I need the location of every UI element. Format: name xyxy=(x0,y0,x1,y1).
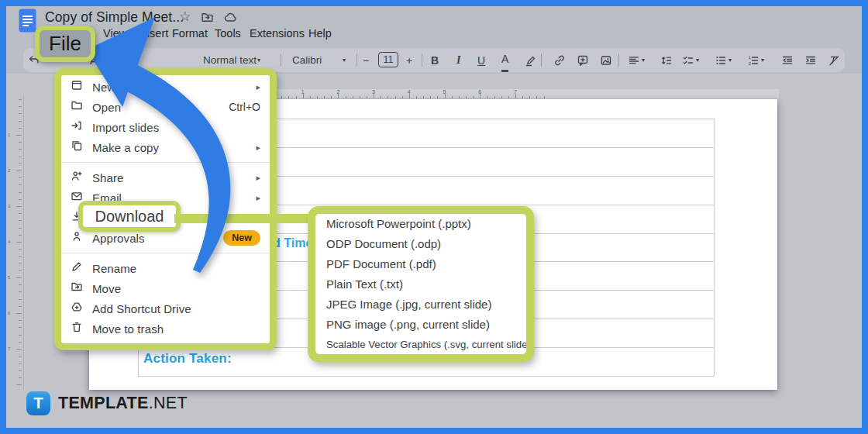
ruler-tick xyxy=(19,306,22,307)
file-menu-callout[interactable]: File xyxy=(35,26,95,62)
menubar-item-extensions[interactable]: Extensions xyxy=(250,27,305,40)
frame-border-bottom xyxy=(0,428,868,434)
ruler-number: 7 xyxy=(514,89,517,95)
file-callout-label: File xyxy=(49,32,81,56)
ruler-tick xyxy=(19,235,22,236)
chevron-down-icon[interactable]: ▾ xyxy=(343,48,346,72)
insert-comment-icon[interactable] xyxy=(577,48,589,72)
download-option-odp[interactable]: ODP Document (.odp) xyxy=(315,234,526,254)
ruler-tick xyxy=(19,177,22,178)
menu-item-add-shortcut-drive[interactable]: Add Shortcut Drive xyxy=(61,298,270,319)
ruler-tick xyxy=(19,249,22,250)
ruler-tick xyxy=(19,106,22,107)
logo-name-bold: TEMPLATE xyxy=(58,394,149,412)
new-badge: New xyxy=(223,230,260,246)
download-submenu: Microsoft Powerpoint (.pptx)ODP Document… xyxy=(308,206,534,362)
checklist-icon[interactable] xyxy=(682,48,694,72)
ruler-number: 2 xyxy=(8,168,10,173)
download-option-svg[interactable]: Scalable Vector Graphics (.svg, current … xyxy=(315,334,526,354)
line-spacing-icon[interactable] xyxy=(660,48,673,72)
ruler-tick xyxy=(16,242,22,243)
ruler-tick xyxy=(19,370,22,371)
ruler-tick xyxy=(381,96,381,98)
underline-button[interactable]: U xyxy=(477,48,485,72)
menu-item-make-a-copy[interactable]: Make a copy▸ xyxy=(61,137,270,157)
download-option-png[interactable]: PNG image (.png, current slide) xyxy=(315,314,526,334)
cloud-status-icon[interactable] xyxy=(224,11,237,24)
ruler-tick xyxy=(19,149,22,150)
chevron-down-icon[interactable]: ▾ xyxy=(642,48,645,72)
clear-formatting-icon[interactable] xyxy=(828,48,840,72)
italic-button[interactable]: I xyxy=(456,48,460,72)
ruler-tick xyxy=(19,264,22,264)
folder-move-icon[interactable] xyxy=(201,11,214,24)
download-connector-line xyxy=(174,214,315,223)
highlight-icon[interactable] xyxy=(525,48,537,72)
menubar-item-view[interactable]: View xyxy=(103,27,127,40)
font-size-value[interactable]: 11 xyxy=(378,52,398,67)
ruler-tick xyxy=(416,96,417,98)
vertical-ruler: 1234567 xyxy=(8,96,25,392)
chevron-down-icon[interactable]: ▾ xyxy=(728,48,732,72)
bulleted-list-icon[interactable] xyxy=(715,48,727,72)
insert-image-icon[interactable] xyxy=(600,48,612,72)
ruler-tick xyxy=(459,96,460,98)
ruler-tick xyxy=(16,170,22,171)
menu-separator xyxy=(61,162,270,163)
slides-app-icon[interactable] xyxy=(19,9,36,33)
toolbar-separator xyxy=(618,53,619,67)
menu-item-move-to-trash[interactable]: Move to trash xyxy=(61,319,270,339)
document-title[interactable]: Copy of Simple Meet... xyxy=(45,9,184,26)
ruler-tick xyxy=(317,96,318,98)
menu-item-move[interactable]: Move xyxy=(61,278,270,298)
ruler-tick xyxy=(19,320,22,321)
insert-link-icon[interactable] xyxy=(553,48,566,72)
menubar-item-insert[interactable]: Insert xyxy=(140,27,168,40)
menu-item-label: Open xyxy=(92,101,121,114)
menu-item-share[interactable]: Share▸ xyxy=(61,167,270,188)
chevron-down-icon[interactable]: ▾ xyxy=(761,48,764,72)
chevron-down-icon[interactable]: ▾ xyxy=(696,48,699,72)
ruler-tick xyxy=(296,96,297,98)
menu-item-label: Move xyxy=(92,282,121,295)
align-icon[interactable] xyxy=(628,48,640,72)
ruler-tick xyxy=(466,96,467,98)
menubar-item-format[interactable]: Format xyxy=(172,27,208,40)
ruler-tick xyxy=(19,99,22,100)
pencil-icon xyxy=(71,260,83,276)
font-size-decrease-button[interactable]: − xyxy=(363,48,369,72)
menu-item-open[interactable]: OpenCtrl+O xyxy=(61,97,270,117)
menu-item-label: Rename xyxy=(92,262,136,275)
ruler-tick xyxy=(430,96,431,98)
ruler-tick xyxy=(19,299,22,300)
menubar-item-tools[interactable]: Tools xyxy=(215,27,241,40)
frame-border-left xyxy=(0,0,6,434)
trash-icon xyxy=(71,321,83,336)
download-option-pdf[interactable]: PDF Document (.pdf) xyxy=(315,254,526,274)
download-option-txt[interactable]: Plain Text (.txt) xyxy=(315,274,526,294)
text-color-button[interactable]: A xyxy=(501,48,508,72)
ruler-tick xyxy=(19,164,22,164)
indent-icon[interactable] xyxy=(804,48,817,72)
download-option-pptx[interactable]: Microsoft Powerpoint (.pptx) xyxy=(315,214,526,234)
bold-button[interactable]: B xyxy=(431,48,439,72)
ruler-tick xyxy=(19,121,22,122)
star-icon[interactable]: ☆ xyxy=(179,10,191,23)
menu-item-new[interactable]: New▸ xyxy=(61,77,270,97)
download-callout[interactable]: Download xyxy=(78,201,181,232)
numbered-list-icon[interactable]: 12 xyxy=(747,48,760,72)
menubar-item-help[interactable]: Help xyxy=(308,27,332,40)
ruler-tick xyxy=(16,349,22,350)
toolbar-separator xyxy=(281,53,281,67)
menu-item-import-slides[interactable]: Import slides xyxy=(61,117,270,137)
font-family-selector[interactable]: Calibri xyxy=(292,48,322,72)
ruler-tick xyxy=(19,270,22,271)
ruler-tick xyxy=(19,113,22,114)
ruler-tick xyxy=(19,291,22,292)
download-option-jpg[interactable]: JPEG Image (.jpg, current slide) xyxy=(315,294,526,314)
ruler-number: 3 xyxy=(372,89,375,95)
menu-item-rename[interactable]: Rename xyxy=(61,258,270,278)
outdent-icon[interactable] xyxy=(781,48,794,72)
ruler-tick xyxy=(19,184,22,185)
font-size-increase-button[interactable]: + xyxy=(406,48,412,72)
